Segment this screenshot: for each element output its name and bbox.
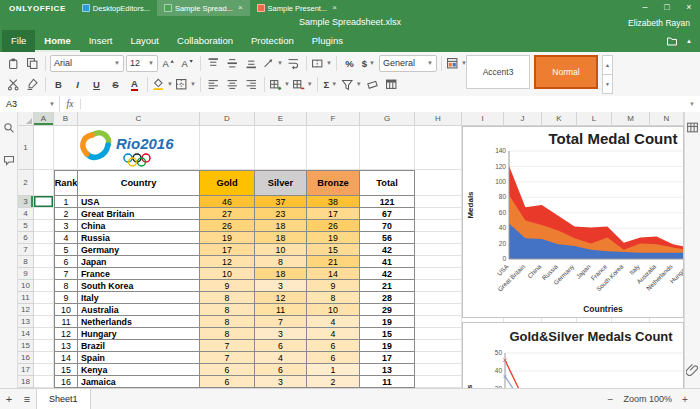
cell-F1[interactable] — [307, 126, 360, 170]
add-sheet-button[interactable]: + — [0, 390, 18, 409]
cell-H14[interactable] — [415, 328, 462, 340]
paste-icon[interactable] — [4, 54, 23, 72]
cell-G17[interactable]: 13 — [360, 364, 415, 376]
cell-A4[interactable] — [34, 208, 54, 220]
bold-button[interactable]: B — [49, 75, 68, 93]
cell-style-normal[interactable]: Normal — [534, 55, 598, 89]
align-bottom-icon[interactable] — [242, 54, 261, 72]
wrap-text-icon[interactable] — [284, 54, 303, 72]
cell-E2[interactable]: Silver — [255, 170, 307, 196]
cell-A7[interactable] — [34, 244, 54, 256]
cell-E13[interactable]: 7 — [255, 316, 307, 328]
cell-C9[interactable]: France — [78, 268, 200, 280]
cell-A18[interactable] — [34, 376, 54, 388]
copy-icon[interactable] — [23, 54, 42, 72]
gallery-up-icon[interactable]: ▲ — [602, 55, 613, 75]
row-header-16[interactable]: 16 — [18, 352, 34, 364]
align-center-icon[interactable] — [223, 75, 242, 93]
cell-D3[interactable]: 46 — [200, 196, 255, 208]
cell-D1[interactable] — [200, 126, 255, 170]
cell-G13[interactable]: 19 — [360, 316, 415, 328]
cell-D14[interactable]: 8 — [200, 328, 255, 340]
cell-B2[interactable]: Rank — [54, 170, 78, 196]
row-header-5[interactable]: 5 — [18, 220, 34, 232]
cell-E16[interactable]: 4 — [255, 352, 307, 364]
cell-B13[interactable]: 11 — [54, 316, 78, 328]
cell-G9[interactable]: 42 — [360, 268, 415, 280]
cell-G14[interactable]: 15 — [360, 328, 415, 340]
text-orientation-icon[interactable]: ▼ — [261, 54, 284, 72]
cell-A12[interactable] — [34, 304, 54, 316]
cell-G7[interactable]: 42 — [360, 244, 415, 256]
align-right-icon[interactable] — [242, 75, 261, 93]
row-header-4[interactable]: 4 — [18, 208, 34, 220]
cell-D9[interactable]: 10 — [200, 268, 255, 280]
cell-E8[interactable]: 8 — [255, 256, 307, 268]
cell-D18[interactable]: 6 — [200, 376, 255, 388]
open-file-location-icon[interactable] — [666, 35, 678, 47]
cell-F11[interactable]: 8 — [307, 292, 360, 304]
cell-F5[interactable]: 26 — [307, 220, 360, 232]
cell-H6[interactable] — [415, 232, 462, 244]
cell-H15[interactable] — [415, 340, 462, 352]
cell-D13[interactable]: 8 — [200, 316, 255, 328]
cell-G18[interactable]: 11 — [360, 376, 415, 388]
align-top-icon[interactable] — [204, 54, 223, 72]
cell-F2[interactable]: Bronze — [307, 170, 360, 196]
cell-A9[interactable] — [34, 268, 54, 280]
borders-icon[interactable]: ▼ — [174, 75, 197, 93]
column-header-C[interactable]: C — [78, 112, 200, 126]
cell-E9[interactable]: 18 — [255, 268, 307, 280]
delete-cells-icon[interactable]: ▼ — [291, 75, 314, 93]
row-header-11[interactable]: 11 — [18, 292, 34, 304]
cell-E12[interactable]: 11 — [255, 304, 307, 316]
row-header-17[interactable]: 17 — [18, 364, 34, 376]
column-header-N[interactable]: N — [650, 112, 684, 126]
row-header-18[interactable]: 18 — [18, 376, 34, 388]
menu-tab-plugins[interactable]: Plugins — [303, 30, 352, 52]
cell-D15[interactable]: 7 — [200, 340, 255, 352]
align-left-icon[interactable] — [204, 75, 223, 93]
cell-A15[interactable] — [34, 340, 54, 352]
cell-C16[interactable]: Spain — [78, 352, 200, 364]
align-middle-icon[interactable] — [223, 54, 242, 72]
cell-F16[interactable]: 6 — [307, 352, 360, 364]
cell-F7[interactable]: 15 — [307, 244, 360, 256]
cell-B4[interactable]: 2 — [54, 208, 78, 220]
cell-B12[interactable]: 10 — [54, 304, 78, 316]
cell-F17[interactable]: 1 — [307, 364, 360, 376]
cell-B18[interactable]: 16 — [54, 376, 78, 388]
column-header-J[interactable]: J — [504, 112, 542, 126]
cell-H13[interactable] — [415, 316, 462, 328]
cell-B16[interactable]: 14 — [54, 352, 78, 364]
cell-A10[interactable] — [34, 280, 54, 292]
column-header-G[interactable]: G — [360, 112, 415, 126]
clear-icon[interactable] — [363, 75, 382, 93]
cell-D8[interactable]: 12 — [200, 256, 255, 268]
insert-cells-icon[interactable]: ▼ — [268, 75, 291, 93]
menu-tab-protection[interactable]: Protection — [242, 30, 303, 52]
cell-H11[interactable] — [415, 292, 462, 304]
cell-E10[interactable]: 3 — [255, 280, 307, 292]
cell-C3[interactable]: USA — [78, 196, 200, 208]
cell-E18[interactable]: 3 — [255, 376, 307, 388]
cell-E4[interactable]: 23 — [255, 208, 307, 220]
zoom-level-label[interactable]: Zoom 100% — [623, 394, 672, 404]
cell-E15[interactable]: 6 — [255, 340, 307, 352]
cell-H3[interactable] — [415, 196, 462, 208]
maximize-button[interactable]: □ — [656, 0, 678, 16]
cell-D12[interactable]: 8 — [200, 304, 255, 316]
row-header-14[interactable]: 14 — [18, 328, 34, 340]
cell-G12[interactable]: 29 — [360, 304, 415, 316]
menu-tab-home[interactable]: Home — [35, 30, 79, 52]
cell-D17[interactable]: 6 — [200, 364, 255, 376]
cell-F6[interactable]: 19 — [307, 232, 360, 244]
autosum-button[interactable]: Σ▼ — [321, 75, 340, 93]
signature-paperclip-icon[interactable] — [686, 362, 699, 380]
cell-F10[interactable]: 9 — [307, 280, 360, 292]
cell-A6[interactable] — [34, 232, 54, 244]
cell-C13[interactable]: Netherlands — [78, 316, 200, 328]
font-size-select[interactable]: 12▼ — [126, 55, 158, 72]
cell-style-accent3[interactable]: Accent3 — [466, 55, 530, 89]
format-painter-icon[interactable] — [23, 75, 42, 93]
